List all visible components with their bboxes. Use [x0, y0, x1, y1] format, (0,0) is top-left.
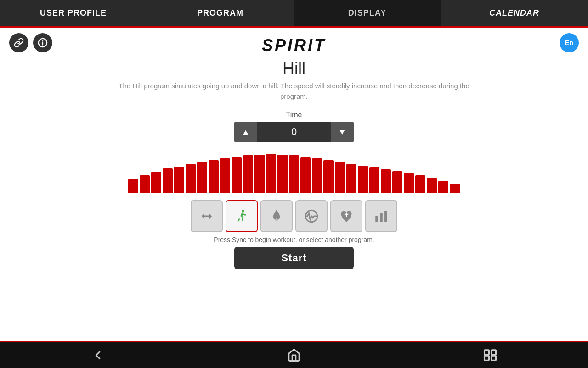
time-section: Time ▲ 0 ▼ — [234, 111, 354, 142]
main-content: En SPIRIT Hill The Hill program simulate… — [0, 28, 588, 341]
nav-display[interactable]: DISPLAY — [294, 0, 441, 26]
info-icon[interactable] — [33, 33, 52, 52]
time-value: 0 — [257, 122, 331, 142]
nav-program[interactable]: PROGRAM — [147, 0, 294, 26]
chart-bar — [289, 155, 299, 193]
top-navigation: USER PROFILE PROGRAM DISPLAY CALENDAR — [0, 0, 588, 28]
chart-bar — [277, 155, 288, 193]
time-control: ▲ 0 ▼ — [234, 122, 354, 142]
link-icon[interactable] — [9, 33, 28, 52]
heart-rate-icon-button[interactable] — [295, 200, 328, 232]
time-increment-button[interactable]: ▲ — [234, 122, 257, 142]
svg-rect-5 — [375, 216, 378, 222]
home-button[interactable] — [280, 345, 308, 365]
svg-point-3 — [242, 210, 244, 213]
chart-bar — [335, 162, 345, 193]
sync-icon-button[interactable] — [191, 200, 223, 232]
time-decrement-button[interactable]: ▼ — [331, 122, 354, 142]
chart-bar — [232, 157, 242, 193]
chart-bar — [358, 166, 368, 193]
overview-button[interactable] — [476, 345, 504, 365]
chart-bar — [450, 184, 460, 193]
sync-instruction: Press Sync to begin workout, or select a… — [214, 236, 374, 243]
program-icon-row — [191, 200, 397, 232]
chart-bar — [151, 172, 161, 193]
chart-bar — [197, 162, 207, 193]
chart-bar — [163, 168, 173, 193]
svg-rect-7 — [384, 211, 387, 222]
runner-icon-button[interactable] — [226, 200, 258, 232]
chart-bar — [254, 155, 265, 193]
chart-bar — [300, 157, 311, 193]
chart-bar — [381, 169, 391, 193]
svg-rect-10 — [484, 356, 489, 360]
chart-bar — [174, 167, 184, 193]
chart-bar — [186, 164, 196, 193]
chart-bar — [140, 175, 150, 193]
chart-bar — [369, 167, 379, 193]
stats-icon-button[interactable] — [365, 200, 397, 232]
spirit-logo: SPIRIT — [262, 36, 326, 55]
chart-bar — [220, 158, 230, 193]
chart-bar — [392, 171, 402, 193]
chart-bar — [243, 155, 253, 193]
chart-bar — [427, 178, 437, 193]
program-title: Hill — [283, 59, 305, 78]
svg-rect-6 — [380, 213, 383, 222]
time-label: Time — [286, 111, 302, 119]
nav-calendar[interactable]: CALENDAR — [441, 0, 588, 26]
hrm-icon-button[interactable] — [330, 200, 362, 232]
chart-bar — [128, 179, 138, 193]
start-button[interactable]: Start — [234, 247, 354, 269]
top-left-icons — [9, 33, 52, 52]
bottom-navigation — [0, 342, 588, 368]
chart-bar — [404, 173, 414, 193]
hill-chart — [128, 151, 460, 193]
chart-bar — [266, 154, 276, 193]
svg-rect-8 — [484, 350, 489, 355]
chart-bar — [346, 164, 356, 193]
svg-rect-11 — [491, 356, 496, 360]
chart-bar — [323, 160, 334, 193]
back-button[interactable] — [84, 345, 112, 365]
language-button[interactable]: En — [560, 33, 579, 52]
svg-rect-9 — [491, 350, 496, 355]
chart-bar — [209, 160, 219, 193]
calories-icon-button[interactable] — [260, 200, 293, 232]
chart-bar — [312, 158, 322, 193]
program-description: The Hill program simulates going up and … — [110, 81, 478, 102]
chart-bar — [438, 181, 448, 193]
nav-user-profile[interactable]: USER PROFILE — [0, 0, 147, 26]
chart-bar — [415, 175, 425, 193]
